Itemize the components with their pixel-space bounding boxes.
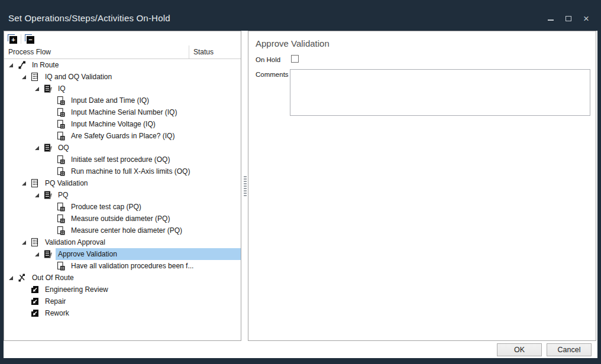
minimize-button[interactable] [544, 12, 557, 25]
activity-icon [56, 226, 66, 235]
activity-icon [56, 214, 66, 223]
expander-icon[interactable] [9, 63, 17, 67]
comments-textarea[interactable] [290, 69, 590, 116]
activity-icon [56, 261, 66, 271]
title-bar: Set Operations/Steps/Activities On-Hold … [0, 0, 601, 31]
tree-item-label: In Route [30, 59, 241, 71]
maximize-icon [566, 16, 571, 21]
tree-item[interactable]: Approve Validation [4, 248, 241, 260]
operation-icon [30, 72, 40, 82]
window-title: Set Operations/Steps/Activities On-Hold [8, 13, 170, 23]
tree-item[interactable]: Have all validation procedures been f... [4, 260, 241, 272]
activity-icon [56, 119, 66, 129]
step-icon [43, 143, 53, 152]
panel-splitter[interactable] [242, 176, 248, 196]
disposition-icon [30, 285, 40, 294]
column-header-status[interactable]: Status [189, 46, 241, 58]
tree-item-label: Rework [43, 307, 241, 319]
tree-item-label: Measure outside diameter (PQ) [69, 213, 241, 225]
expander-icon[interactable] [22, 240, 30, 245]
detail-heading: Approve Validation [256, 38, 329, 48]
dialog-window: { "window": { "title": "Set Operations/S… [0, 0, 601, 364]
activity-icon [56, 96, 66, 105]
expander-icon[interactable] [22, 75, 30, 79]
comments-label: Comments [256, 71, 289, 78]
tree-item[interactable]: OQ [4, 142, 241, 154]
minimize-icon [548, 20, 554, 21]
activity-icon [56, 131, 66, 141]
activity-icon [56, 167, 66, 176]
tree-item[interactable]: PQ [4, 189, 241, 201]
tree-item-label: Validation Approval [43, 236, 241, 248]
tree-item-label: IQ [56, 83, 241, 95]
window-controls: × [544, 12, 593, 25]
on-hold-checkbox[interactable] [291, 55, 299, 63]
close-icon: × [583, 14, 589, 24]
tree-item-label: OQ [56, 142, 241, 154]
tree-item[interactable]: Initiate self test procedure (OQ) [4, 154, 241, 165]
tree-item[interactable]: Input Date and Time (IQ) [4, 95, 241, 106]
tree-item[interactable]: IQ [4, 83, 241, 95]
tree-item[interactable]: Are Safety Guards in Place? (IQ) [4, 130, 241, 142]
tree-item[interactable]: Measure outside diameter (PQ) [4, 213, 241, 225]
tree-item[interactable]: Run machine to full X-Axis limits (OQ) [4, 165, 241, 177]
process-flow-panel: + − Process Flow Status In RouteIQ and O… [4, 31, 241, 341]
collapse-all-accent2 [25, 34, 25, 41]
disposition-icon [30, 308, 40, 318]
tree-item-label: Run machine to full X-Axis limits (OQ) [69, 165, 241, 177]
dialog-footer: OK Cancel [4, 341, 597, 358]
tree-item[interactable]: Validation Approval [4, 236, 241, 248]
tree-item[interactable]: IQ and OQ Validation [4, 71, 241, 83]
expander-icon[interactable] [35, 146, 43, 150]
tree-item-label: Initiate self test procedure (OQ) [69, 154, 241, 165]
tree-item[interactable]: Measure center hole diameter (PQ) [4, 225, 241, 236]
operation-icon [30, 178, 40, 188]
tree-item-label: Measure center hole diameter (PQ) [69, 225, 241, 236]
expander-icon[interactable] [22, 181, 30, 186]
expander-icon[interactable] [9, 276, 17, 280]
tree-item-label: Produce test cap (PQ) [69, 201, 241, 213]
step-icon [43, 84, 53, 93]
expander-icon[interactable] [35, 252, 43, 256]
detail-panel: Approve Validation On Hold Comments [248, 31, 596, 341]
tree-item-label: IQ and OQ Validation [43, 71, 241, 83]
ok-button[interactable]: OK [497, 343, 542, 356]
tree-item[interactable]: Input Machine Voltage (IQ) [4, 118, 241, 130]
column-header-process-flow[interactable]: Process Flow [4, 46, 189, 58]
cancel-button[interactable]: Cancel [547, 343, 592, 356]
tree-item[interactable]: In Route [4, 59, 241, 71]
on-hold-label: On Hold [256, 56, 280, 63]
tree-item-label: PQ Validation [43, 177, 241, 189]
tree-item-label: Engineering Review [43, 284, 241, 295]
close-button[interactable]: × [580, 12, 593, 25]
tree-item[interactable]: PQ Validation [4, 177, 241, 189]
route-out-icon [17, 273, 27, 282]
tree-item-label: Out Of Route [30, 272, 241, 284]
collapse-all-button[interactable]: − [25, 34, 34, 44]
tree-item-label: Input Date and Time (IQ) [69, 95, 241, 106]
tree-item-label: PQ [56, 189, 241, 201]
operation-icon [30, 238, 40, 247]
tree-item-label: Are Safety Guards in Place? (IQ) [69, 130, 241, 142]
tree-item[interactable]: Repair [4, 295, 241, 307]
expander-icon[interactable] [35, 87, 43, 91]
tree-item[interactable]: Rework [4, 307, 241, 319]
tree-item-label: Input Machine Serial Number (IQ) [69, 106, 241, 118]
route-icon [17, 60, 27, 70]
tree-item[interactable]: Engineering Review [4, 284, 241, 295]
tree-item[interactable]: Produce test cap (PQ) [4, 201, 241, 213]
disposition-icon [30, 297, 40, 306]
maximize-button[interactable] [562, 12, 575, 25]
step-icon [43, 249, 53, 259]
tree-column-headers: Process Flow Status [4, 46, 241, 59]
tree-item-label: Have all validation procedures been f... [69, 260, 241, 272]
collapse-all-icon: − [27, 36, 34, 44]
tree-item[interactable]: Input Machine Serial Number (IQ) [4, 106, 241, 118]
expander-icon[interactable] [35, 193, 43, 197]
expand-all-icon: + [9, 36, 17, 44]
expand-all-button[interactable]: + [8, 34, 17, 44]
client-area: + − Process Flow Status In RouteIQ and O… [4, 31, 597, 358]
activity-icon [56, 202, 66, 212]
tree-item[interactable]: Out Of Route [4, 272, 241, 284]
tree-item-label: Approve Validation [56, 248, 241, 260]
